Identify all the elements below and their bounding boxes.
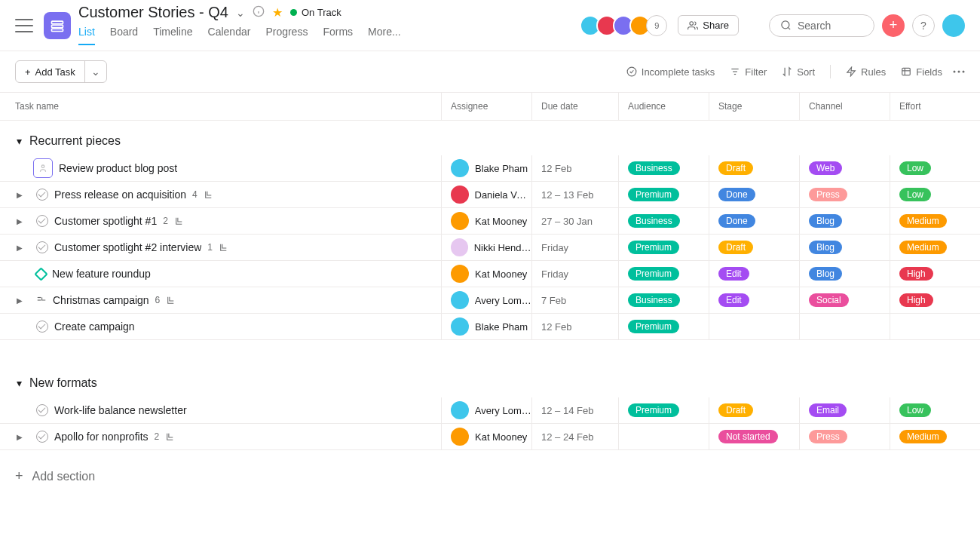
cell-task[interactable]: ▶Apollo for nonprofits2 xyxy=(0,424,442,449)
filter-button[interactable]: Filter xyxy=(730,66,767,78)
cell-assignee[interactable]: Blake Pham xyxy=(442,155,532,181)
chevron-down-icon[interactable]: ⌄ xyxy=(236,7,245,19)
cell-assignee[interactable]: Avery Lomax xyxy=(442,287,532,313)
col-header-effort[interactable]: Effort xyxy=(890,93,980,120)
col-header-task[interactable]: Task name xyxy=(0,93,442,120)
share-button[interactable]: Share xyxy=(678,15,739,35)
section-header[interactable]: ▾New formats xyxy=(0,363,980,397)
cell-task[interactable]: ▶Customer spotlight #12 xyxy=(0,208,442,234)
cell-audience[interactable]: Premium xyxy=(619,235,709,260)
cell-due[interactable]: 12 – 14 Feb xyxy=(532,397,619,423)
cell-assignee[interactable]: Avery Lomax xyxy=(442,397,532,423)
info-icon[interactable] xyxy=(253,5,265,20)
expand-caret-icon[interactable]: ▶ xyxy=(17,433,26,441)
cell-channel[interactable]: Press xyxy=(800,424,890,449)
col-header-audience[interactable]: Audience xyxy=(619,93,709,120)
cell-due[interactable]: 12 Feb xyxy=(532,314,619,339)
incomplete-filter[interactable]: Incomplete tasks xyxy=(626,66,715,78)
cell-audience[interactable]: Business xyxy=(619,155,709,181)
complete-check-icon[interactable] xyxy=(36,241,48,253)
cell-due[interactable]: 12 Feb xyxy=(532,155,619,181)
cell-audience[interactable]: Premium xyxy=(619,261,709,287)
cell-assignee[interactable]: Nikki Hende... xyxy=(442,235,532,260)
cell-audience[interactable]: Business xyxy=(619,287,709,313)
cell-stage[interactable] xyxy=(709,314,800,339)
section-caret-icon[interactable]: ▾ xyxy=(17,135,22,147)
cell-due[interactable]: 7 Feb xyxy=(532,287,619,313)
cell-task[interactable]: ▶Create campaign xyxy=(0,314,442,339)
cell-audience[interactable]: Business xyxy=(619,208,709,234)
cell-stage[interactable]: Done xyxy=(709,182,800,207)
tab-forms[interactable]: Forms xyxy=(323,26,353,45)
section-header[interactable]: ▾Recurrent pieces xyxy=(0,121,980,155)
tab-board[interactable]: Board xyxy=(110,26,138,45)
cell-assignee[interactable]: Kat Mooney xyxy=(442,208,532,234)
status-pill[interactable]: On Track xyxy=(290,7,341,18)
cell-task[interactable]: ▶New feature roundup xyxy=(0,261,442,287)
tab-progress[interactable]: Progress xyxy=(265,26,308,45)
cell-channel[interactable]: Social xyxy=(800,287,890,313)
task-row[interactable]: ▶Work-life balance newsletterAvery Lomax… xyxy=(0,397,980,424)
cell-effort[interactable] xyxy=(890,314,980,339)
search-input[interactable]: Search xyxy=(769,14,874,37)
cell-channel[interactable]: Blog xyxy=(800,261,890,287)
complete-check-icon[interactable] xyxy=(36,321,48,333)
member-avatars[interactable]: 9 xyxy=(584,15,667,36)
cell-task[interactable]: ▶Press release on acquisition4 xyxy=(0,182,442,207)
complete-check-icon[interactable] xyxy=(36,404,48,416)
task-row[interactable]: ▶Press release on acquisition4Daniela Va… xyxy=(0,182,980,208)
cell-due[interactable]: 12 – 24 Feb xyxy=(532,424,619,449)
cell-channel[interactable] xyxy=(800,314,890,339)
cell-stage[interactable]: Not started xyxy=(709,424,800,449)
star-icon[interactable]: ★ xyxy=(272,5,283,20)
cell-stage[interactable]: Edit xyxy=(709,287,800,313)
cell-channel[interactable]: Blog xyxy=(800,235,890,260)
approval-icon[interactable] xyxy=(33,158,53,178)
add-task-button[interactable]: +Add Task ⌄ xyxy=(15,60,107,83)
cell-audience[interactable]: Premium xyxy=(619,314,709,339)
cell-stage[interactable]: Draft xyxy=(709,235,800,260)
cell-due[interactable]: Friday xyxy=(532,235,619,260)
cell-effort[interactable]: Low xyxy=(890,397,980,423)
cell-stage[interactable]: Done xyxy=(709,208,800,234)
section-caret-icon[interactable]: ▾ xyxy=(17,377,22,389)
task-row[interactable]: ▶Christmas campaign6Avery Lomax7 FebBusi… xyxy=(0,287,980,314)
tab-list[interactable]: List xyxy=(78,26,95,45)
add-task-dropdown[interactable]: ⌄ xyxy=(85,61,106,82)
cell-task[interactable]: ▶Review product blog post xyxy=(0,155,442,181)
cell-due[interactable]: 12 – 13 Feb xyxy=(532,182,619,207)
tab-timeline[interactable]: Timeline xyxy=(153,26,192,45)
avatar-overflow[interactable]: 9 xyxy=(646,15,667,36)
cell-assignee[interactable]: Daniela Var... xyxy=(442,182,532,207)
col-header-stage[interactable]: Stage xyxy=(709,93,800,120)
cell-audience[interactable]: Premium xyxy=(619,397,709,423)
cell-effort[interactable]: High xyxy=(890,287,980,313)
sort-button[interactable]: Sort xyxy=(782,66,815,78)
milestone-icon[interactable] xyxy=(34,267,47,281)
cell-effort[interactable]: Medium xyxy=(890,208,980,234)
cell-task[interactable]: ▶Christmas campaign6 xyxy=(0,287,442,313)
col-header-channel[interactable]: Channel xyxy=(800,93,890,120)
cell-effort[interactable]: High xyxy=(890,261,980,287)
global-add-button[interactable]: + xyxy=(882,14,905,37)
expand-caret-icon[interactable]: ▶ xyxy=(17,296,26,305)
cell-effort[interactable]: Low xyxy=(890,182,980,207)
expand-caret-icon[interactable]: ▶ xyxy=(17,244,26,252)
cell-due[interactable]: 27 – 30 Jan xyxy=(532,208,619,234)
cell-task[interactable]: ▶Customer spotlight #2 interview1 xyxy=(0,235,442,260)
task-row[interactable]: ▶Apollo for nonprofits2Kat Mooney12 – 24… xyxy=(0,424,980,450)
more-actions[interactable] xyxy=(953,70,965,73)
subtask-parent-icon[interactable] xyxy=(36,295,47,305)
expand-caret-icon[interactable]: ▶ xyxy=(17,191,26,199)
task-row[interactable]: ▶New feature roundupKat MooneyFridayPrem… xyxy=(0,261,980,287)
cell-stage[interactable]: Edit xyxy=(709,261,800,287)
help-button[interactable]: ? xyxy=(912,14,935,37)
col-header-assignee[interactable]: Assignee xyxy=(442,93,532,120)
rules-button[interactable]: Rules xyxy=(846,66,886,78)
expand-caret-icon[interactable]: ▶ xyxy=(17,217,26,225)
cell-channel[interactable]: Blog xyxy=(800,208,890,234)
project-title[interactable]: Customer Stories - Q4 xyxy=(78,4,228,21)
complete-check-icon[interactable] xyxy=(36,189,48,201)
tab-calendar[interactable]: Calendar xyxy=(208,26,251,45)
fields-button[interactable]: Fields xyxy=(901,66,942,78)
